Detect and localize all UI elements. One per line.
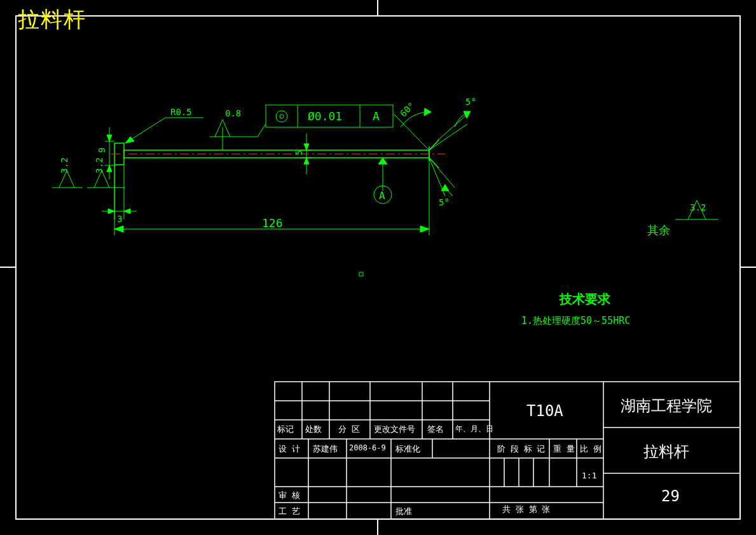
tb-approve: 批准 [395,506,412,517]
tb-partname: 拉料杆 [643,441,689,462]
dim-surface-08: 0.8 [225,108,241,118]
dim-5deg-bot: 5° [439,197,450,207]
svg-marker-43 [114,226,123,232]
svg-marker-34 [124,209,130,214]
drawing-canvas [0,0,756,535]
tb-scale: 比 例 [580,443,601,455]
tb-zone: 分 区 [338,424,360,435]
tb-stage: 阶 段 标 记 [497,443,545,455]
tb-school: 湖南工程学院 [621,396,712,416]
tb-scale-value: 1:1 [582,471,596,480]
tb-review: 审 核 [278,490,300,501]
svg-marker-49 [424,108,431,116]
svg-marker-44 [420,226,429,232]
datum-a-bubble: A [379,190,385,202]
dim-5deg-top: 5° [465,97,476,107]
svg-marker-55 [441,184,449,191]
tb-design-date: 2008-6-9 [349,443,386,452]
fcf-datum: A [373,109,380,123]
svg-point-22 [280,115,284,118]
tb-sheets: 共 张 第 张 [502,504,550,515]
dim-9: 9 [97,148,107,153]
tb-docno: 更改文件号 [374,424,415,435]
tb-material: T10A [526,402,563,420]
tech-req-title: 技术要求 [560,291,610,308]
surf-32-left: 3.2 [59,157,69,173]
svg-marker-14 [125,137,134,143]
tb-std: 标准化 [395,443,420,455]
dim-5: 5 [294,150,304,155]
fcf-tolerance: Ø0.01 [308,109,342,123]
svg-marker-28 [107,135,112,141]
surf-other-value: 3.2 [690,202,706,212]
tb-designer: 苏建伟 [313,443,338,455]
svg-rect-5 [359,272,363,276]
svg-marker-29 [107,165,112,172]
svg-marker-39 [304,158,309,164]
svg-line-9 [429,158,439,168]
surf-32-right: 3.2 [94,157,104,173]
tb-weight: 重 量 [553,443,575,455]
svg-marker-52 [464,111,471,118]
svg-line-17 [258,124,266,137]
tb-partno: 29 [661,487,680,505]
page-title: 拉料杆 [18,5,86,34]
svg-line-8 [429,140,439,150]
tb-mark: 标记 [277,424,294,435]
tb-process: 工 艺 [278,506,300,517]
tb-date: 年、月、日 [455,424,493,434]
tb-count: 处数 [305,424,322,435]
dim-r05: R0.5 [170,107,192,117]
tb-design: 设 计 [278,443,300,455]
tech-req-1: 1.热处理硬度50～55HRC [521,315,630,327]
svg-line-51 [429,124,467,150]
svg-marker-38 [304,144,309,150]
dim-126: 126 [262,216,283,230]
svg-marker-33 [108,209,114,214]
dim-3: 3 [117,214,122,224]
surf-other-label: 其余 [647,223,670,238]
svg-marker-46 [378,158,387,164]
svg-line-48 [394,115,429,150]
tb-sign: 签名 [427,424,444,435]
svg-point-21 [276,111,287,122]
